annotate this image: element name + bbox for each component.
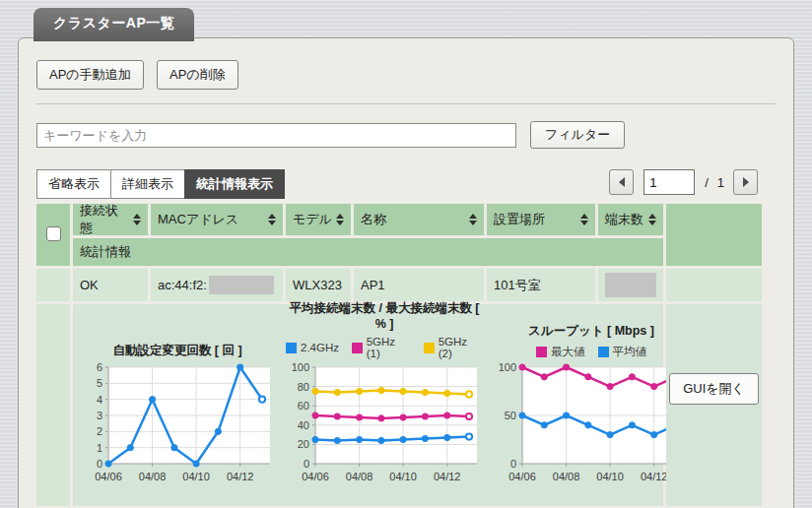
stats-left-cell xyxy=(36,304,70,506)
redacted-value xyxy=(605,273,656,297)
pagination: / 1 xyxy=(609,169,758,195)
row-select-cell xyxy=(36,269,70,301)
legend-item: 5GHz (1) xyxy=(352,336,411,359)
svg-text:04/08: 04/08 xyxy=(553,471,580,482)
view-tabs-row: 省略表示 詳細表示 統計情報表示 / 1 xyxy=(36,169,776,196)
svg-text:6: 6 xyxy=(97,361,102,373)
select-all-cell xyxy=(36,204,70,266)
svg-text:0: 0 xyxy=(97,458,102,470)
page-number-input[interactable] xyxy=(643,169,695,195)
svg-text:1: 1 xyxy=(97,442,102,454)
column-header-model[interactable]: モデル xyxy=(286,204,351,235)
svg-text:04/10: 04/10 xyxy=(182,471,210,482)
svg-text:0: 0 xyxy=(510,458,516,470)
svg-text:04/06: 04/06 xyxy=(302,471,329,482)
svg-text:04/12: 04/12 xyxy=(434,471,461,482)
chart-title: 平均接続端末数 / 最大接続端末数 [ % ] xyxy=(286,300,483,331)
svg-text:4: 4 xyxy=(97,394,102,406)
sort-icon[interactable] xyxy=(580,214,588,225)
statistics-cell: 自動設定変更回数 [ 回 ] 012345604/0604/0804/1004/… xyxy=(73,304,663,506)
prev-page-button[interactable] xyxy=(609,169,634,195)
legend-label: 5GHz (2) xyxy=(439,336,483,359)
svg-text:20: 20 xyxy=(298,438,309,450)
cell-clients xyxy=(598,269,663,301)
column-header-name[interactable]: 名称 xyxy=(354,204,484,235)
legend-item: 最大値 xyxy=(536,345,585,359)
chart-client-count: 平均接続端末数 / 最大接続端末数 [ % ] 2.4GHz5GHz (1)5G… xyxy=(286,312,483,506)
divider xyxy=(36,103,776,104)
svg-text:04/06: 04/06 xyxy=(95,471,122,482)
sort-icon[interactable] xyxy=(268,214,276,225)
redacted-value xyxy=(209,276,274,294)
page: { "page_tab": "クラスターAP一覧", "toolbar": { … xyxy=(0,0,812,508)
svg-text:50: 50 xyxy=(505,410,516,421)
svg-text:0: 0 xyxy=(304,458,309,470)
legend-swatch xyxy=(286,343,297,353)
svg-text:04/10: 04/10 xyxy=(389,471,417,482)
keyword-input[interactable] xyxy=(36,123,516,148)
chevron-left-icon xyxy=(619,177,625,187)
cell-model: WLX323 xyxy=(286,269,351,301)
cell-name: AP1 xyxy=(354,269,484,301)
svg-text:5: 5 xyxy=(97,377,102,389)
legend-item: 平均値 xyxy=(598,345,647,359)
open-gui-button[interactable]: GUIを開く xyxy=(669,373,759,405)
chart-title: スループット [ Mbps ] xyxy=(493,323,690,340)
chart-throughput: スループット [ Mbps ] 最大値平均値 05010004/0604/080… xyxy=(493,312,690,506)
sort-icon[interactable] xyxy=(469,214,477,225)
chart-legend: 2.4GHz5GHz (1)5GHz (2) xyxy=(286,336,483,359)
chart-canvas: 012345604/0604/0804/1004/12 xyxy=(79,359,276,497)
legend-label: 5GHz (1) xyxy=(367,336,411,359)
svg-text:60: 60 xyxy=(298,400,309,412)
filter-button[interactable]: フィルター xyxy=(530,121,625,149)
delete-ap-button[interactable]: APの削除 xyxy=(157,60,238,90)
page-separator: / xyxy=(705,175,709,190)
main-panel: APの手動追加 APの削除 フィルター 省略表示 詳細表示 統計情報表示 / 1 xyxy=(18,37,794,508)
column-header-clients[interactable]: 端末数 xyxy=(598,204,663,235)
column-header-status[interactable]: 接続状態 xyxy=(73,204,148,235)
cell-status: OK xyxy=(73,269,148,301)
svg-text:80: 80 xyxy=(298,381,309,393)
svg-text:2: 2 xyxy=(97,425,102,437)
add-ap-button[interactable]: APの手動追加 xyxy=(36,60,144,90)
svg-text:04/12: 04/12 xyxy=(641,471,668,482)
svg-text:04/08: 04/08 xyxy=(346,471,373,482)
chart-config-changes: 自動設定変更回数 [ 回 ] 012345604/0604/0804/1004/… xyxy=(79,312,276,506)
filter-row: フィルター xyxy=(36,121,776,149)
tab-detail-view[interactable]: 詳細表示 xyxy=(110,169,185,199)
legend-swatch xyxy=(352,343,363,353)
svg-text:100: 100 xyxy=(499,361,516,373)
chevron-right-icon xyxy=(743,177,749,187)
sort-icon[interactable] xyxy=(133,214,141,225)
page-title-tab: クラスターAP一覧 xyxy=(34,8,194,41)
svg-text:04/10: 04/10 xyxy=(596,471,624,482)
toolbar: APの手動追加 APの削除 xyxy=(36,60,776,90)
column-header-empty xyxy=(666,204,762,266)
legend-item: 2.4GHz xyxy=(286,336,339,359)
column-header-location[interactable]: 設置場所 xyxy=(487,204,595,235)
column-header-mac[interactable]: MACアドレス xyxy=(151,204,283,235)
page-total: 1 xyxy=(717,175,724,190)
sort-icon[interactable] xyxy=(336,214,344,225)
tab-summary-view[interactable]: 省略表示 xyxy=(36,169,111,199)
subheader-statistics: 統計情報 xyxy=(73,238,663,266)
legend-item: 5GHz (2) xyxy=(424,336,483,359)
sort-icon[interactable] xyxy=(648,214,656,225)
select-all-checkbox[interactable] xyxy=(46,226,61,241)
legend-swatch xyxy=(598,347,609,357)
cell-location: 101号室 xyxy=(487,269,595,301)
legend-label: 平均値 xyxy=(613,345,647,359)
chart-legend: 最大値平均値 xyxy=(493,345,690,359)
chart-canvas: 02040608010004/0604/0804/1004/12 xyxy=(286,359,483,497)
svg-text:40: 40 xyxy=(298,419,309,431)
cell-row-empty xyxy=(666,269,762,301)
legend-label: 2.4GHz xyxy=(301,342,339,353)
tab-statistics-view[interactable]: 統計情報表示 xyxy=(184,169,285,199)
legend-swatch xyxy=(424,343,435,353)
svg-text:3: 3 xyxy=(97,410,102,421)
svg-text:100: 100 xyxy=(292,361,309,373)
next-page-button[interactable] xyxy=(733,169,758,195)
chart-title: 自動設定変更回数 [ 回 ] xyxy=(79,343,276,359)
ap-table: 接続状態 MACアドレス モデル 名称 設置場所 端末数 統計情報 OK a xyxy=(36,204,762,508)
gui-cell: GUIを開く xyxy=(666,304,762,506)
